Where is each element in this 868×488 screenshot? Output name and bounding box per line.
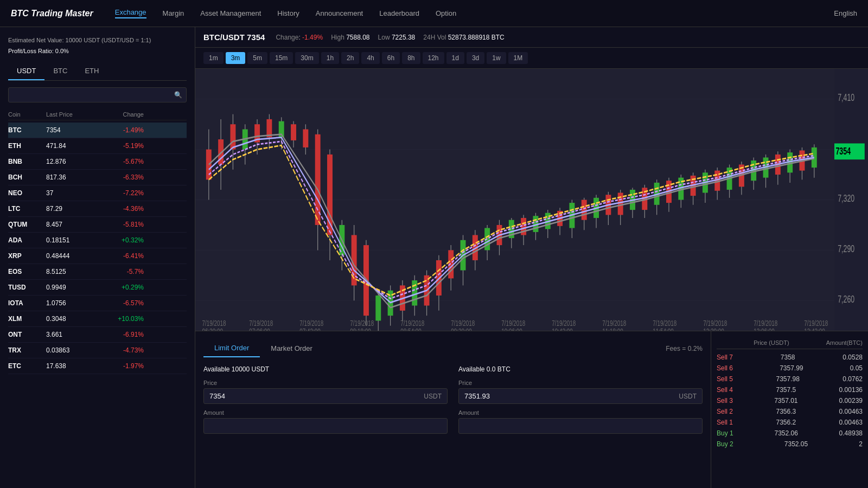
nav-announcement[interactable]: Announcement [316, 9, 363, 17]
nav-asset-management[interactable]: Asset Management [200, 9, 261, 17]
sell-amount-label: Amount [458, 409, 703, 416]
time-6h[interactable]: 6h [382, 52, 400, 64]
ob-amount: 2 [859, 440, 863, 448]
list-item[interactable]: EOS 8.5125 -5.7% [8, 264, 187, 280]
time-30m[interactable]: 30m [295, 52, 318, 64]
list-item[interactable]: BTC 7354 -1.49% [8, 123, 187, 138]
coin-name: IOTA [8, 299, 46, 307]
sell-available: Available 0.0 BTC [458, 365, 703, 373]
coin-price: 7354 [46, 126, 100, 134]
time-1w[interactable]: 1w [487, 52, 506, 64]
svg-text:08:18:00: 08:18:00 [350, 327, 371, 331]
list-item[interactable]: QTUM 8.457 -5.81% [8, 217, 187, 233]
list-item[interactable]: TUSD 0.9949 +0.29% [8, 280, 187, 296]
svg-rect-22 [291, 124, 296, 140]
buy-amount-input[interactable] [209, 422, 442, 430]
header: BTC Trading Master Exchange Margin Asset… [0, 0, 868, 27]
time-1m[interactable]: 1m [203, 52, 224, 64]
list-item[interactable]: BCH 817.36 -6.33% [8, 170, 187, 185]
nav-margin[interactable]: Margin [163, 9, 184, 17]
svg-text:7,260: 7,260 [838, 294, 854, 305]
nav-history[interactable]: History [277, 9, 299, 17]
order-book-rows: Sell 7 7358 0.0528 Sell 6 7357.99 0.05 S… [717, 352, 863, 450]
svg-rect-36 [375, 296, 381, 320]
tab-market-order[interactable]: Market Order [260, 340, 323, 357]
ob-label: Sell 7 [717, 354, 733, 361]
list-item[interactable]: TRX 0.03863 -4.73% [8, 343, 187, 358]
stat-change: Change: -1.49% [276, 34, 323, 41]
table-row[interactable]: Sell 7 7358 0.0528 [717, 352, 863, 363]
time-12h[interactable]: 12h [423, 52, 444, 64]
coin-price: 8.457 [46, 221, 100, 228]
order-book-header: Price (USDT) Amount(BTC) [717, 337, 863, 349]
time-15m[interactable]: 15m [270, 52, 293, 64]
sell-price-group: Price USDT [458, 380, 703, 404]
sell-price-input[interactable] [464, 392, 676, 400]
buy-price-input[interactable] [209, 392, 421, 400]
time-4h[interactable]: 4h [361, 52, 379, 64]
tab-eth[interactable]: ETH [76, 62, 107, 80]
stat-high: High 7588.08 [331, 34, 369, 41]
time-2h[interactable]: 2h [341, 52, 359, 64]
list-item[interactable]: LTC 87.29 -4.36% [8, 201, 187, 217]
list-item[interactable]: ETC 17.638 -1.97% [8, 358, 187, 374]
table-row[interactable]: Sell 4 7357.5 0.00136 [717, 384, 863, 395]
list-item[interactable]: NEO 37 -7.22% [8, 185, 187, 201]
table-row[interactable]: Buy 2 7352.05 2 [717, 439, 863, 450]
table-row[interactable]: Sell 6 7357.99 0.05 [717, 363, 863, 374]
coin-change: +10.03% [100, 315, 144, 323]
coin-change: -4.36% [100, 205, 144, 213]
col-header-price: Last Price [46, 111, 100, 118]
svg-text:13:42:00: 13:42:00 [804, 327, 825, 331]
nav-option[interactable]: Option [436, 9, 456, 17]
search-input[interactable] [8, 87, 187, 102]
coin-table: Coin Last Price Change BTC 7354 -1.49% E… [8, 109, 187, 374]
ob-label: Buy 1 [717, 429, 733, 437]
time-1d[interactable]: 1d [446, 52, 464, 64]
ob-price: 7356.2 [776, 419, 796, 426]
sell-amount-input-wrapper [458, 418, 703, 434]
ob-price: 7357.99 [780, 364, 803, 372]
sell-amount-input[interactable] [464, 422, 697, 430]
time-3m[interactable]: 3m [226, 52, 246, 64]
list-item[interactable]: ETH 471.84 -5.19% [8, 138, 187, 154]
coin-change: +0.32% [100, 236, 144, 244]
order-panel: Limit Order Market Order Fees = 0.2% Ava… [195, 331, 711, 488]
svg-rect-42 [412, 280, 417, 305]
nav-leaderboard[interactable]: Leaderboard [379, 9, 419, 17]
ob-price: 7352.05 [784, 440, 808, 448]
list-item[interactable]: XRP 0.48444 -6.41% [8, 248, 187, 264]
nav-exchange[interactable]: Exchange [115, 8, 146, 18]
tab-usdt[interactable]: USDT [8, 62, 44, 80]
svg-text:13:06:00: 13:06:00 [754, 327, 775, 331]
ob-label: Sell 5 [717, 375, 733, 383]
list-item[interactable]: ADA 0.18151 +0.32% [8, 233, 187, 248]
list-item[interactable]: BNB 12.876 -5.67% [8, 154, 187, 170]
list-item[interactable]: XLM 0.3048 +10.03% [8, 311, 187, 327]
coin-price: 817.36 [46, 174, 100, 181]
time-3d[interactable]: 3d [467, 52, 484, 64]
time-5m[interactable]: 5m [247, 52, 267, 64]
table-row[interactable]: Buy 1 7352.06 0.48938 [717, 428, 863, 439]
list-item[interactable]: ONT 3.661 -6.91% [8, 327, 187, 343]
table-row[interactable]: Sell 1 7356.2 0.00463 [717, 417, 863, 428]
table-row[interactable]: Sell 3 7357.01 0.00239 [717, 395, 863, 406]
ob-price: 7357.5 [776, 386, 796, 394]
coin-change: -5.19% [100, 142, 144, 150]
time-1M[interactable]: 1M [508, 52, 528, 64]
time-buttons: 1m 3m 5m 15m 30m 1h 2h 4h 6h 8h 12h 1d 3… [195, 48, 868, 69]
tab-btc[interactable]: BTC [44, 62, 76, 80]
chart-container[interactable]: 7,410 7,380 7,320 7,290 7,260 7354 7/19/… [195, 69, 868, 331]
table-row[interactable]: Sell 2 7356.3 0.00463 [717, 406, 863, 417]
ob-label: Sell 6 [717, 364, 733, 372]
tab-limit-order[interactable]: Limit Order [203, 339, 260, 357]
list-item[interactable]: IOTA 1.0756 -6.57% [8, 296, 187, 311]
time-1h[interactable]: 1h [321, 52, 339, 64]
coin-name: TUSD [8, 284, 46, 291]
svg-text:06:30:00: 06:30:00 [202, 327, 223, 331]
language-selector[interactable]: English [834, 9, 857, 17]
coin-price: 37 [46, 189, 100, 197]
time-8h[interactable]: 8h [402, 52, 420, 64]
table-row[interactable]: Sell 5 7357.98 0.0762 [717, 374, 863, 384]
ob-label: Sell 1 [717, 419, 733, 426]
